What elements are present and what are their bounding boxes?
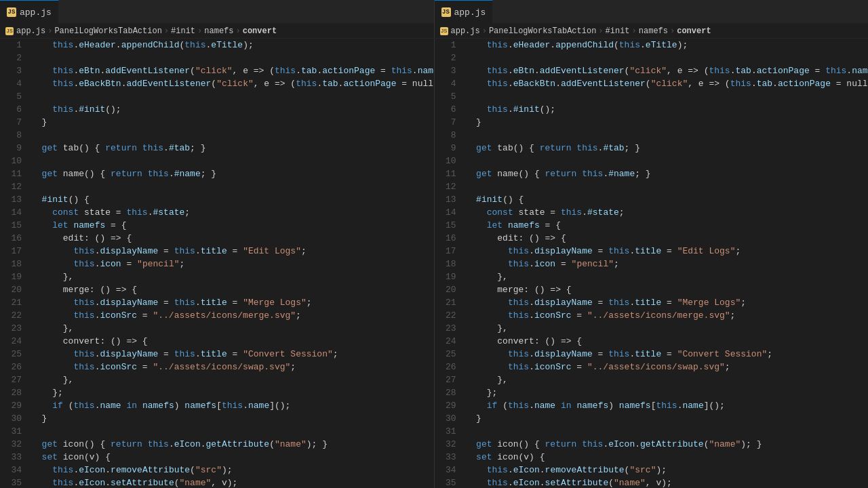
line-number: 9 (0, 142, 27, 155)
js-file-icon-right: JS (441, 7, 451, 17)
code-area-right[interactable]: 1 this.eHeader.appendChild(this.eTitle);… (435, 39, 869, 488)
code-line: 17 this.displayName = this.title = "Edit… (0, 245, 434, 258)
bc-class-right: PanelLogWorksTabAction (489, 26, 596, 36)
code-line: 24 convert: () => { (0, 335, 434, 348)
code-line: 29 if (this.name in namefs) namefs[this.… (0, 399, 434, 412)
line-content: this.icon = "pencil"; (462, 258, 869, 270)
line-content: this.displayName = this.title = "Merge L… (27, 296, 434, 309)
line-number: 23 (0, 322, 27, 335)
code-line: 31 (0, 425, 434, 438)
line-number: 14 (435, 206, 462, 219)
line-content: if (this.name in namefs) namefs[this.nam… (462, 399, 869, 412)
line-number: 15 (0, 219, 27, 232)
code-area-left[interactable]: 1 this.eHeader.appendChild(this.eTitle);… (0, 39, 434, 488)
line-number: 24 (0, 335, 27, 348)
line-content: merge: () => { (462, 283, 869, 296)
line-content (462, 180, 869, 193)
line-number: 21 (435, 296, 462, 309)
code-line: 4 this.eBackBtn.addEventListener("click"… (435, 77, 869, 90)
code-line: 32 get icon() { return this.eIcon.getAtt… (435, 438, 869, 451)
line-content: set icon(v) { (462, 451, 869, 464)
tab-left-app-js[interactable]: JS app.js (0, 0, 59, 24)
code-line: 25 this.displayName = this.title = "Conv… (435, 348, 869, 361)
bc-js-icon-left: JS (5, 27, 14, 35)
bc-convert-left: convert (243, 26, 277, 36)
code-line: 7 } (0, 116, 434, 129)
code-line: 31 (435, 425, 869, 438)
code-line: 12 (0, 180, 434, 193)
bc-js-icon-right: JS (440, 27, 448, 35)
line-number: 2 (435, 52, 462, 64)
line-content: get name() { return this.#name; } (462, 167, 869, 180)
code-line: 16 edit: () => { (435, 232, 869, 245)
code-line: 33 set icon(v) { (435, 451, 869, 464)
line-content: this.eBtn.addEventListener("click", e =>… (462, 64, 869, 77)
code-line: 10 (435, 155, 869, 167)
code-line: 20 merge: () => { (0, 283, 434, 296)
code-line: 24 convert: () => { (435, 335, 869, 348)
line-number: 11 (435, 167, 462, 180)
line-content: this.displayName = this.title = "Convert… (27, 348, 434, 361)
line-content: this.icon = "pencil"; (27, 258, 434, 270)
breadcrumb-left: JS app.js › PanelLogWorksTabAction › #in… (0, 24, 434, 38)
line-number: 16 (435, 232, 462, 245)
line-number: 17 (435, 245, 462, 258)
line-number: 31 (435, 425, 462, 438)
line-content: } (462, 412, 869, 425)
line-content (27, 90, 434, 103)
line-content: this.eIcon.setAttribute("name", v); (462, 476, 869, 488)
code-line: 32 get icon() { return this.eIcon.getAtt… (0, 438, 434, 451)
line-content: merge: () => { (27, 283, 434, 296)
line-number: 30 (435, 412, 462, 425)
line-number: 28 (0, 386, 27, 399)
code-line: 19 }, (435, 270, 869, 283)
code-line: 2 (435, 52, 869, 64)
code-line: 19 }, (0, 270, 434, 283)
tab-right-app-js[interactable]: JS app.js (435, 0, 494, 24)
code-line: 11 get name() { return this.#name; } (0, 167, 434, 180)
line-content: const state = this.#state; (462, 206, 869, 219)
line-number: 12 (435, 180, 462, 193)
line-number: 25 (0, 348, 27, 361)
code-line: 20 merge: () => { (435, 283, 869, 296)
code-line: 5 (0, 90, 434, 103)
line-number: 1 (0, 39, 27, 52)
code-line: 14 const state = this.#state; (0, 206, 434, 219)
editor-pane-right[interactable]: 1 this.eHeader.appendChild(this.eTitle);… (435, 39, 869, 488)
code-line: 13 #init() { (0, 193, 434, 206)
line-content: this.eIcon.removeAttribute("src"); (462, 464, 869, 476)
line-number: 28 (435, 386, 462, 399)
code-line: 8 (0, 129, 434, 142)
editor-pane-left[interactable]: 1 this.eHeader.appendChild(this.eTitle);… (0, 39, 435, 488)
line-content: const state = this.#state; (27, 206, 434, 219)
line-content: }; (27, 386, 434, 399)
line-content (462, 425, 869, 438)
line-content: #init() { (27, 193, 434, 206)
bc-appjs-right: app.js (451, 26, 480, 36)
code-line: 18 this.icon = "pencil"; (0, 258, 434, 270)
line-content: edit: () => { (27, 232, 434, 245)
line-content: }, (27, 373, 434, 386)
line-content: set icon(v) { (27, 451, 434, 464)
line-number: 3 (435, 64, 462, 77)
code-line: 15 let namefs = { (435, 219, 869, 232)
code-line: 21 this.displayName = this.title = "Merg… (0, 296, 434, 309)
line-number: 14 (0, 206, 27, 219)
line-number: 4 (0, 77, 27, 90)
code-line: 23 }, (435, 322, 869, 335)
line-number: 6 (435, 103, 462, 116)
bc-init-right: #init (606, 26, 630, 36)
line-number: 30 (0, 412, 27, 425)
bc-namefs-right: namefs (639, 26, 668, 36)
line-number: 21 (0, 296, 27, 309)
tab-left-label: app.js (20, 7, 52, 18)
code-line: 22 this.iconSrc = "../assets/icons/merge… (0, 309, 434, 322)
line-content (27, 155, 434, 167)
code-line: 22 this.iconSrc = "../assets/icons/merge… (435, 309, 869, 322)
line-number: 32 (435, 438, 462, 451)
editors-row: 1 this.eHeader.appendChild(this.eTitle);… (0, 39, 868, 488)
line-content: }, (462, 270, 869, 283)
line-number: 1 (435, 39, 462, 52)
line-content: }, (27, 270, 434, 283)
line-number: 6 (0, 103, 27, 116)
